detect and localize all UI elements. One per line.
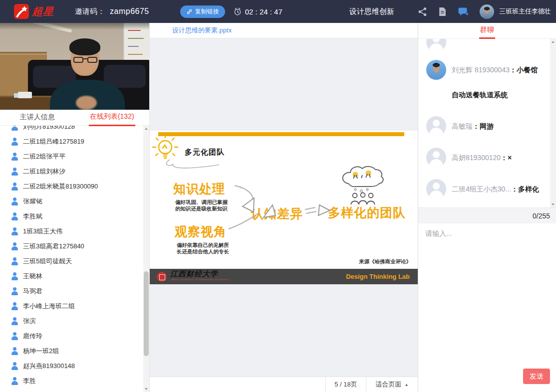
user-icon (11, 126, 18, 131)
member-list-item[interactable]: 二班1组刘林汐 (11, 164, 149, 179)
scroll-down-arrow-icon[interactable] (143, 386, 149, 392)
scroll-up-arrow-icon[interactable] (143, 126, 149, 132)
viewer-controls: 5 / 18页 适合页面 ▲ (150, 377, 418, 392)
glasses (72, 57, 98, 63)
member-list-item[interactable]: 二班1组吕峰1275819 (11, 134, 149, 149)
document-viewer: 设计思维的要素.pptx 多元化团队 (150, 23, 418, 392)
sender-name: 高敏瑞 (452, 122, 473, 130)
user-icon (11, 347, 18, 355)
member-list-item[interactable]: 赵紫韵 (11, 389, 149, 392)
lab-name: Design Thinking Lab (346, 273, 410, 280)
chat-bubble-icon[interactable] (458, 6, 469, 16)
slide-viewport: 多元化团队 知识处理 偏好巩固、调用已掌握 的知识 (150, 38, 418, 377)
left-panel: 主讲人信息 在线列表(132) 刘明月819300128 二班1组吕峰12758… (0, 23, 150, 392)
user-icon (11, 197, 18, 205)
link-icon (186, 8, 193, 15)
member-list-item[interactable]: 张滨 (11, 314, 149, 329)
user-icon (11, 242, 18, 250)
user-icon (11, 227, 18, 235)
member-list-item[interactable]: 扈传玲 (11, 329, 149, 344)
user-icon (11, 272, 18, 280)
user-icon (11, 362, 18, 370)
tab-presenter-info[interactable]: 主讲人信息 (0, 110, 75, 125)
member-list-item[interactable]: 李胜斌 (11, 209, 149, 224)
member-list-item[interactable]: 1班3组王大伟 (11, 224, 149, 239)
page-indicator: 5 / 18页 (325, 377, 366, 392)
university-name: 江西财经大学 (170, 271, 229, 277)
sender-name: 刘光辉 819300043 (452, 66, 510, 74)
member-list-item[interactable]: 马弼君 (11, 284, 149, 299)
chat-input[interactable] (418, 223, 556, 268)
member-list: 刘明月819300128 二班1组吕峰1275819 二班2组张平平 二班1组刘… (0, 126, 149, 392)
invite-code-value: zamp6675 (110, 7, 149, 16)
sender-name: 高妍819300120 (452, 154, 501, 162)
user-icon (11, 212, 18, 220)
chat-message: 高妍819300120：× (426, 148, 547, 170)
caret-up-icon: ▲ (405, 383, 409, 387)
alarm-clock-icon (233, 7, 242, 16)
topbar: 超星 邀请码： zamp6675 复制链接 02 : 24 : 47 设计思维创… (0, 0, 556, 23)
chat-messages: 刘光辉 819300043：小餐馆 自动送餐轨道系统 高敏瑞：网游 高妍8193… (418, 39, 556, 207)
member-list-scrollbar[interactable] (143, 126, 149, 392)
chat-message: 二班4组王小杰30...：多样化 可以是文化，背景和知识结构 不一样。 (426, 179, 547, 207)
course-title: 设计思维创新 (349, 0, 394, 23)
invite-code-label: 邀请码： (75, 7, 105, 16)
member-list-item[interactable]: 二班2组米晓晨819300090 (11, 179, 149, 194)
user-icon (11, 183, 18, 191)
chat-tab-group: 群聊 (479, 23, 495, 39)
share-icon[interactable] (418, 7, 427, 16)
user-icon (11, 138, 18, 146)
avatar (426, 60, 446, 80)
chat-message: 高敏瑞：网游 (426, 116, 547, 139)
chaoxing-logo: 超星 (14, 4, 54, 19)
user-icon (11, 287, 18, 295)
user-icon (11, 317, 18, 325)
message-text: 多样化 (518, 185, 539, 193)
member-list-item[interactable]: 二班2组张平平 (11, 149, 149, 164)
message-text: 自动送餐轨道系统 (452, 82, 538, 107)
document-icon[interactable] (438, 7, 447, 16)
class-timer: 02 : 24 : 47 (233, 7, 282, 16)
copy-link-button[interactable]: 复制链接 (180, 5, 225, 18)
avatar (426, 116, 446, 136)
scroll-down-arrow-icon[interactable] (550, 201, 556, 207)
scrollbar-thumb[interactable] (144, 271, 149, 356)
scroll-up-arrow-icon[interactable] (550, 39, 556, 45)
document-tab[interactable]: 设计思维的要素.pptx (172, 26, 232, 35)
member-list-item[interactable]: 赵兴燕819300148 (11, 359, 149, 374)
member-list-item[interactable]: 三班3组高君1275840 (11, 239, 149, 254)
document-tabbar: 设计思维的要素.pptx (150, 23, 418, 38)
member-list-item[interactable]: 刘明月819300128 (11, 126, 149, 134)
member-list-item[interactable]: 李胜 (11, 374, 149, 389)
member-list-item[interactable]: 王晓林 (11, 269, 149, 284)
live-class-window: 超星 邀请码： zamp6675 复制链接 02 : 24 : 47 设计思维创… (0, 0, 556, 392)
presenter-hand (76, 96, 97, 110)
sender-name: 二班4组王小杰30... (452, 185, 511, 193)
message-text: 可以是文化，背景和知识结构 (452, 201, 543, 207)
user-icon (11, 168, 18, 176)
presenter-video[interactable] (0, 23, 149, 110)
tab-online-list[interactable]: 在线列表(132) (75, 110, 150, 125)
chat-scrollbar[interactable] (550, 39, 556, 207)
user-icon (11, 377, 18, 385)
chaoxing-logo-icon (14, 4, 29, 19)
university-name-en: JIANGXI UNIVERSITY OF FINANCE AND ECONOM… (170, 277, 229, 282)
user-name: 三班班主任李德壮 (499, 7, 551, 16)
member-list-item[interactable]: 杨坤一班2组 (11, 344, 149, 359)
member-list-item[interactable]: 李小峰上海班二组 (11, 299, 149, 314)
university-seal-icon (157, 272, 167, 282)
chat-message: 刘光辉 819300043：小餐馆 自动送餐轨道系统 (426, 60, 547, 107)
member-list-item[interactable]: 张耀铭 (11, 194, 149, 209)
fit-mode-dropdown[interactable]: 适合页面 ▲ (366, 377, 418, 392)
chat-header: 群聊 (418, 23, 556, 39)
user-icon (11, 153, 18, 161)
avatar (426, 39, 446, 52)
send-button[interactable]: 发送 (523, 369, 550, 384)
tissue-box (18, 92, 32, 98)
left-tabs: 主讲人信息 在线列表(132) (0, 110, 149, 126)
message-text: × (508, 154, 512, 162)
user-icon (11, 332, 18, 340)
member-list-item[interactable]: 三班5组司徒靓天 (11, 254, 149, 269)
chat-input-area: 发送 (418, 223, 556, 392)
user-avatar[interactable] (480, 4, 494, 19)
